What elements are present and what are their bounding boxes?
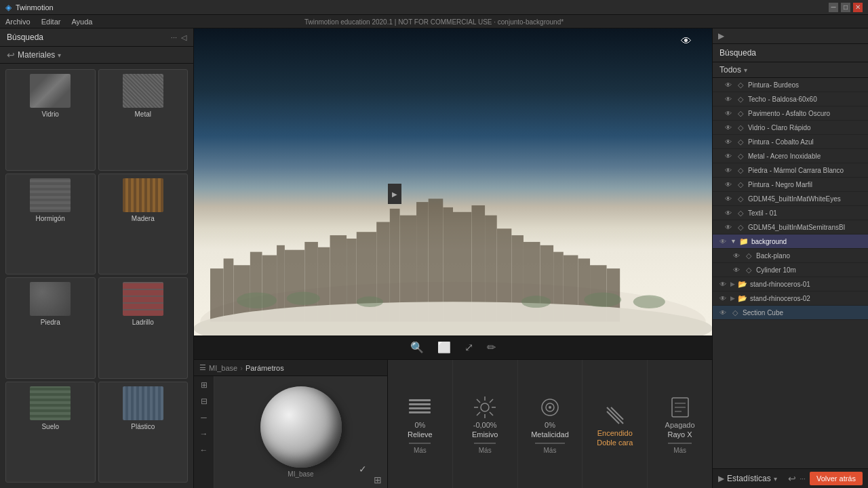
minimize-button[interactable]: ─ (829, 3, 838, 12)
vis-icon-metal-acero[interactable]: 👁 (724, 151, 733, 161)
material-item-metal[interactable]: Metal (98, 69, 189, 171)
scene-item-metal-acero[interactable]: 👁 ◇ Metal - Acero Inoxidable (713, 149, 868, 163)
layer-icon[interactable]: ⊞ (201, 380, 208, 390)
viewport-tool-pen[interactable]: ✏ (484, 340, 498, 355)
vis-icon-piedra-marmol[interactable]: 👁 (724, 165, 733, 175)
center-col: ▶ 👁 (194, 28, 712, 488)
param-rayo-x[interactable]: Apagado Rayo X Más (648, 360, 712, 488)
vis-icon-pintura-cobalto[interactable]: 👁 (724, 137, 733, 146)
vis-icon-cylinder[interactable]: 👁 (732, 265, 741, 274)
expand-icon-stand-01[interactable]: ▶ (730, 281, 735, 287)
metalicidad-mas[interactable]: Más (544, 447, 557, 454)
rayo-x-mas[interactable]: Más (673, 447, 686, 454)
viewport-eye-icon[interactable]: 👁 (681, 35, 692, 47)
viewport-tool-search[interactable]: 🔍 (408, 340, 427, 355)
right-play-icon[interactable]: ▶ (718, 31, 724, 41)
relieve-mas[interactable]: Más (414, 447, 427, 454)
viewport-tool-expand[interactable]: ⤢ (462, 340, 476, 355)
close-button[interactable]: ✕ (853, 3, 863, 12)
scene-item-cylinder[interactable]: 👁 ◇ Cylinder 10m (713, 263, 868, 277)
scene-item-back-plano[interactable]: 👁 ◇ Back-plano (713, 249, 868, 263)
scene-item-textil[interactable]: 👁 ◇ Textil - 01 (713, 206, 868, 220)
sphere-check-icon[interactable]: ✓ (359, 464, 367, 474)
left-panel-back-icon[interactable]: ◁ (181, 33, 186, 42)
left-panel-dots-icon[interactable]: ··· (171, 33, 177, 42)
menu-ayuda[interactable]: Ayuda (71, 18, 92, 26)
material-item-hormigon[interactable]: Hormigón (5, 174, 96, 275)
todos-label[interactable]: Todos (719, 65, 741, 75)
vis-icon-back-plano[interactable]: 👁 (732, 251, 741, 260)
vis-icon-pintura-burdeos[interactable]: 👁 (724, 80, 733, 89)
scene-item-background[interactable]: 👁 ▼ 📁 background (713, 235, 868, 249)
svg-rect-41 (409, 411, 431, 413)
vis-icon-vidrio-claro[interactable]: 👁 (724, 123, 733, 132)
arrow-right-icon[interactable]: → (200, 429, 208, 439)
material-item-piedra[interactable]: Piedra (5, 277, 96, 379)
scene-item-pintura-negro[interactable]: 👁 ◇ Pintura - Negro Marfil (713, 178, 868, 192)
param-emisivo[interactable]: -0,00% Emisivo Más (453, 360, 518, 488)
param-metalicidad[interactable]: 0% Metalicidad Más (518, 360, 583, 488)
scene-item-pintura-cobalto[interactable]: 👁 ◇ Pintura - Cobalto Azul (713, 135, 868, 149)
scene-item-section-cube[interactable]: 👁 ◇ Section Cube (713, 306, 868, 320)
material-icon-metal (123, 74, 163, 108)
scene-item-pintura-burdeos[interactable]: 👁 ◇ Pintura- Burdeos (713, 78, 868, 92)
layers-icon[interactable]: ⊟ (201, 396, 208, 406)
relieve-bar (409, 443, 431, 444)
materials-back-icon[interactable]: ↩ (7, 49, 15, 60)
scene-item-gdlm45[interactable]: 👁 ◇ GDLM45_builtInMatWhiteEyes (713, 192, 868, 206)
vis-icon-textil[interactable]: 👁 (724, 208, 733, 218)
undo-icon[interactable]: ↩ (788, 473, 796, 484)
vis-icon-techo[interactable]: 👁 (724, 94, 733, 104)
sidebar-nav-icon[interactable]: ☰ (199, 363, 206, 372)
statistics-dropdown-icon[interactable]: ▾ (774, 475, 777, 483)
vis-icon-background[interactable]: 👁 (718, 237, 728, 246)
expand-icon-background[interactable]: ▼ (730, 238, 736, 245)
file-icon-pintura-negro: ◇ (736, 180, 745, 189)
play-icon-bottom[interactable]: ▶ (718, 474, 724, 483)
vis-icon-pavimento[interactable]: 👁 (724, 108, 733, 118)
scene-item-stand-01[interactable]: 👁 ▶ 📂 stand-rhinoceros-01 (713, 277, 868, 291)
viewport-toolbar: 🔍 ⬜ ⤢ ✏ (194, 336, 712, 359)
breadcrumb-part1[interactable]: MI_base (209, 364, 237, 372)
material-item-plastico[interactable]: Plástico (98, 382, 189, 483)
viewport-play-left[interactable]: ▶ (388, 184, 401, 204)
vis-icon-gdlm45[interactable]: 👁 (724, 194, 733, 203)
dots-menu-icon[interactable]: ··· (800, 475, 806, 483)
material-item-suelo[interactable]: Suelo (5, 382, 96, 483)
material-item-vidrio[interactable]: Vidrio (5, 69, 96, 171)
param-relieve[interactable]: 0% Relieve Más (388, 360, 453, 488)
vis-icon-gdlm54[interactable]: 👁 (724, 222, 733, 232)
material-icon-piedra (30, 282, 71, 316)
viewport-tool-cube[interactable]: ⬜ (435, 340, 454, 355)
left-panel-header-icons: ··· ◁ (171, 33, 186, 42)
material-preview: MI_base ✓ ⊞ (214, 376, 387, 488)
scene-item-gdlm54[interactable]: 👁 ◇ GDLM54_builtInMatSemitransBI (713, 220, 868, 235)
expand-icon-stand-02[interactable]: ▶ (730, 295, 735, 302)
materials-dropdown-icon[interactable]: ▾ (58, 52, 61, 59)
volver-atras-button[interactable]: Volver atrás (810, 472, 863, 485)
param-doble-cara[interactable]: Encendido Doble cara (583, 360, 648, 488)
material-item-ladrillo[interactable]: Ladrillo (98, 277, 189, 379)
emisivo-mas[interactable]: Más (479, 447, 492, 454)
vis-icon-section-cube[interactable]: 👁 (718, 308, 728, 317)
vis-icon-stand-01[interactable]: 👁 (718, 279, 728, 289)
material-item-madera[interactable]: Madera (98, 174, 189, 275)
scene-item-stand-02[interactable]: 👁 ▶ 📂 stand-rhinoceros-02 (713, 291, 868, 306)
scene-item-piedra-marmol[interactable]: 👁 ◇ Piedra - Mármol Carrara Blanco (713, 163, 868, 178)
vis-icon-stand-02[interactable]: 👁 (718, 293, 728, 303)
vis-icon-pintura-negro[interactable]: 👁 (724, 180, 733, 189)
svg-point-53 (549, 406, 551, 409)
sphere-grid-icon[interactable]: ⊞ (374, 474, 382, 485)
breadcrumb-part2: Parámetros (245, 364, 284, 372)
menu-editar[interactable]: Editar (41, 18, 61, 26)
scene-item-pavimento[interactable]: 👁 ◇ Pavimento - Asfalto Oscuro (713, 106, 868, 121)
todos-dropdown-icon[interactable]: ▾ (744, 66, 747, 74)
scene-item-vidrio-claro[interactable]: 👁 ◇ Vidrio - Claro Rápido (713, 121, 868, 135)
menu-archivo[interactable]: Archivo (5, 18, 31, 26)
viewport-canvas[interactable]: 👁 (194, 28, 712, 336)
arrow-left-icon[interactable]: ← (200, 445, 208, 455)
scene-item-techo-baldosa[interactable]: 👁 ◇ Techo - Baldosa·60x60 (713, 92, 868, 106)
material-label-hormigon: Hormigón (36, 215, 65, 222)
minus-icon[interactable]: ─ (201, 413, 207, 422)
maximize-button[interactable]: □ (841, 3, 850, 12)
